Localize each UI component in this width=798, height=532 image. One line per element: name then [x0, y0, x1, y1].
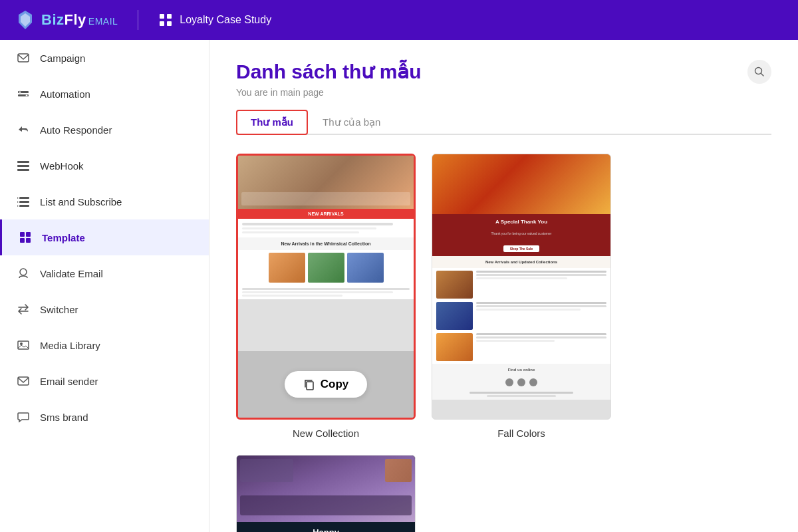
list-icon: [16, 194, 31, 209]
content-area: Danh sách thư mẫu You are in main page T…: [209, 40, 798, 532]
sidebar-label-switcher: Switcher: [40, 304, 78, 315]
sidebar-label-media-library: Media Library: [40, 340, 100, 351]
copy-overlay: Copy: [238, 351, 414, 418]
svg-rect-22: [20, 238, 25, 243]
tab-thu-cua-ban[interactable]: Thư của bạn: [308, 110, 395, 135]
svg-rect-3: [167, 14, 172, 19]
svg-rect-5: [167, 21, 172, 26]
sidebar-item-validate-email[interactable]: Validate Email: [0, 255, 209, 291]
reply-icon: [16, 122, 31, 137]
main-layout: Campaign Automation Auto Responder WebHo…: [0, 40, 798, 532]
sidebar-item-switcher[interactable]: Switcher: [0, 291, 209, 327]
svg-point-17: [18, 197, 20, 199]
svg-rect-6: [18, 54, 29, 62]
svg-rect-13: [17, 169, 29, 171]
automation-icon: [16, 86, 31, 101]
svg-rect-25: [18, 341, 29, 349]
svg-rect-2: [160, 14, 164, 19]
header-divider: [138, 10, 138, 30]
templates-grid: NEW ARRIVALS New Arrivals in the Whimsic…: [236, 154, 771, 532]
template-preview-new-collection: NEW ARRIVALS New Arrivals in the Whimsic…: [236, 154, 416, 420]
svg-rect-23: [26, 238, 31, 243]
sidebar-label-sms-brand: Sms brand: [40, 412, 88, 423]
svg-point-9: [19, 91, 21, 93]
svg-point-24: [20, 269, 27, 275]
svg-line-29: [761, 74, 764, 76]
search-button[interactable]: [747, 60, 771, 84]
page-subtitle: You are in main page: [236, 87, 422, 98]
svg-rect-27: [18, 377, 29, 385]
sidebar-item-email-sender[interactable]: Email sender: [0, 363, 209, 399]
copy-label: Copy: [321, 378, 349, 391]
template-name-fall-colors: Fall Colors: [497, 428, 545, 439]
sidebar-item-webhook[interactable]: WebHook: [0, 148, 209, 184]
sidebar-label-campaign: Campaign: [40, 53, 85, 64]
svg-rect-20: [20, 232, 25, 237]
sidebar-label-template: Template: [42, 232, 85, 243]
sidebar-label-validate-email: Validate Email: [40, 268, 103, 279]
media-icon: [16, 338, 31, 352]
sidebar-label-list-subscribe: List and Subscribe: [40, 196, 122, 207]
logo: BizFlyEMAIL: [13, 8, 118, 32]
template-name-new-collection: New Collection: [293, 428, 359, 439]
svg-point-19: [18, 205, 20, 207]
project-name: Loyalty Case Study: [180, 14, 271, 26]
grid-icon: [158, 13, 173, 27]
sidebar-item-template[interactable]: Template: [0, 219, 209, 255]
svg-point-10: [26, 94, 28, 96]
sidebar-label-email-sender: Email sender: [40, 376, 98, 387]
template-card-new-collection[interactable]: NEW ARRIVALS New Arrivals in the Whimsic…: [236, 154, 416, 439]
template-preview-birthday-gift: HappyBirthday We let you celebrate your …: [236, 455, 416, 532]
switcher-icon: [16, 302, 31, 317]
sidebar-label-webhook: WebHook: [40, 160, 84, 172]
tabs: Thư mẫu Thư của bạn: [236, 110, 771, 135]
sidebar-item-campaign[interactable]: Campaign: [0, 40, 209, 76]
template-icon: [18, 230, 33, 245]
sidebar-label-auto-responder: Auto Responder: [40, 124, 112, 136]
search-icon: [754, 66, 765, 77]
header: BizFlyEMAIL Loyalty Case Study: [0, 0, 798, 40]
email-icon: [16, 51, 31, 65]
sidebar-item-sms-brand[interactable]: Sms brand: [0, 399, 209, 435]
validate-icon: [16, 266, 31, 281]
sender-icon: [16, 374, 31, 388]
svg-rect-21: [26, 232, 31, 237]
svg-rect-30: [307, 382, 313, 390]
sidebar-item-media-library[interactable]: Media Library: [0, 327, 209, 363]
sidebar-item-auto-responder[interactable]: Auto Responder: [0, 112, 209, 148]
tab-thu-mau[interactable]: Thư mẫu: [236, 110, 308, 135]
sms-icon: [16, 410, 31, 424]
svg-point-18: [18, 201, 20, 203]
logo-icon: [13, 8, 37, 32]
sidebar-item-list-subscribe[interactable]: List and Subscribe: [0, 184, 209, 219]
svg-rect-4: [160, 21, 164, 26]
logo-text: BizFlyEMAIL: [41, 11, 118, 29]
header-project: Loyalty Case Study: [158, 13, 271, 27]
copy-icon: [303, 378, 315, 390]
template-card-fall-colors[interactable]: A Special Thank You Thank you for being …: [432, 154, 611, 439]
sidebar: Campaign Automation Auto Responder WebHo…: [0, 40, 209, 532]
svg-rect-11: [17, 161, 29, 163]
svg-rect-12: [17, 165, 29, 167]
page-title: Danh sách thư mẫu: [236, 60, 422, 83]
sidebar-item-automation[interactable]: Automation: [0, 76, 209, 112]
webhook-icon: [16, 158, 31, 173]
sidebar-label-automation: Automation: [40, 88, 90, 100]
copy-button[interactable]: Copy: [285, 371, 368, 398]
template-preview-fall-colors: A Special Thank You Thank you for being …: [432, 154, 611, 420]
template-card-birthday-gift[interactable]: HappyBirthday We let you celebrate your …: [236, 455, 416, 532]
